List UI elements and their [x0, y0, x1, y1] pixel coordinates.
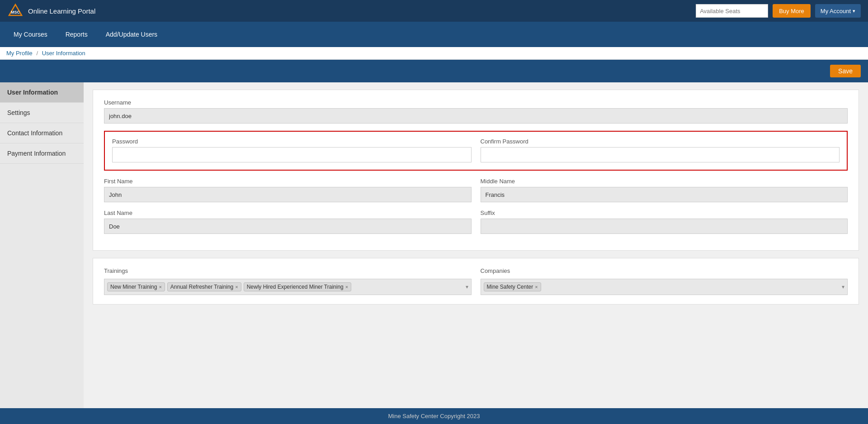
available-seats-input[interactable]	[696, 4, 768, 18]
password-label: Password	[112, 138, 472, 145]
training-tag-2-remove[interactable]: ×	[345, 284, 348, 290]
content-area: Username Password Confirm Password	[84, 82, 868, 408]
msc-logo: MSC	[7, 3, 24, 19]
first-name-label: First Name	[104, 178, 472, 185]
suffix-label: Suffix	[481, 210, 848, 216]
footer-text: Mine Safety Center Copyright 2023	[388, 413, 480, 419]
companies-dropdown-arrow[interactable]: ▾	[842, 284, 844, 290]
companies-label: Companies	[481, 267, 848, 274]
password-section: Password Confirm Password	[104, 131, 848, 171]
svg-text:MSC: MSC	[11, 10, 20, 14]
name-row-1: First Name Middle Name	[104, 178, 848, 202]
training-tag-1-remove[interactable]: ×	[235, 284, 238, 290]
main-layout: User Information Settings Contact Inform…	[0, 82, 868, 408]
user-info-form-section: Username Password Confirm Password	[93, 90, 859, 251]
top-header: MSC Online Learning Portal Buy More My A…	[0, 0, 868, 22]
buy-more-button[interactable]: Buy More	[773, 4, 811, 18]
nav-bar: My Courses Reports Add/Update Users	[0, 22, 868, 47]
companies-col: Companies Mine Safety Center × ▾	[481, 267, 848, 295]
first-name-group: First Name	[104, 178, 472, 202]
breadcrumb-separator: /	[36, 50, 38, 57]
name-row-2: Last Name Suffix	[104, 210, 848, 234]
password-input[interactable]	[112, 147, 472, 162]
username-row: Username	[104, 99, 848, 124]
username-group: Username	[104, 99, 848, 124]
middle-name-label: Middle Name	[481, 178, 848, 185]
company-tag-0-remove[interactable]: ×	[535, 284, 538, 290]
suffix-input[interactable]	[481, 219, 848, 234]
logo-area: MSC Online Learning Portal	[7, 3, 95, 19]
username-label: Username	[104, 99, 848, 106]
training-tag-1: Annual Refresher Training ×	[167, 282, 241, 291]
breadcrumb-parent[interactable]: My Profile	[6, 50, 33, 57]
username-input[interactable]	[104, 108, 848, 124]
training-tag-0-remove[interactable]: ×	[159, 284, 161, 290]
middle-name-group: Middle Name	[481, 178, 848, 202]
training-tag-0-label: New Miner Training	[110, 284, 157, 290]
companies-multiselect[interactable]: Mine Safety Center × ▾	[481, 279, 848, 295]
suffix-group: Suffix	[481, 210, 848, 234]
training-tag-2-label: Newly Hired Experienced Miner Training	[247, 284, 344, 290]
confirm-password-label: Confirm Password	[481, 138, 840, 145]
trainings-label: Trainings	[104, 267, 472, 274]
middle-name-input[interactable]	[481, 187, 848, 202]
portal-title: Online Learning Portal	[28, 7, 95, 15]
last-name-input[interactable]	[104, 219, 472, 234]
action-bar: Save	[0, 60, 868, 82]
sidebar-item-payment-information[interactable]: Payment Information	[0, 143, 84, 164]
password-group: Password	[112, 138, 472, 162]
sidebar: User Information Settings Contact Inform…	[0, 82, 84, 408]
nav-item-add-update-users[interactable]: Add/Update Users	[97, 22, 166, 47]
confirm-password-input[interactable]	[481, 147, 840, 162]
breadcrumb: My Profile / User Information	[0, 47, 868, 60]
trainings-multiselect[interactable]: New Miner Training × Annual Refresher Tr…	[104, 279, 472, 295]
training-tag-2: Newly Hired Experienced Miner Training ×	[244, 282, 352, 291]
trainings-companies-section: Trainings New Miner Training × Annual Re…	[93, 258, 859, 305]
training-tag-1-label: Annual Refresher Training	[170, 284, 233, 290]
my-account-button[interactable]: My Account	[815, 4, 861, 18]
trainings-col: Trainings New Miner Training × Annual Re…	[104, 267, 472, 295]
last-name-group: Last Name	[104, 210, 472, 234]
password-row: Password Confirm Password	[112, 138, 840, 162]
sidebar-item-settings[interactable]: Settings	[0, 103, 84, 123]
company-tag-0: Mine Safety Center ×	[484, 282, 541, 291]
section-row: Trainings New Miner Training × Annual Re…	[104, 267, 848, 295]
first-name-input[interactable]	[104, 187, 472, 202]
company-tag-0-label: Mine Safety Center	[487, 284, 533, 290]
nav-item-my-courses[interactable]: My Courses	[5, 22, 57, 47]
save-button[interactable]: Save	[830, 65, 861, 77]
msc-logo-icon: MSC	[7, 3, 24, 19]
training-tag-0: New Miner Training ×	[107, 282, 165, 291]
breadcrumb-current: User Information	[42, 50, 85, 57]
confirm-password-group: Confirm Password	[481, 138, 840, 162]
trainings-dropdown-arrow[interactable]: ▾	[466, 284, 468, 290]
header-right: Buy More My Account	[696, 4, 861, 18]
sidebar-item-contact-information[interactable]: Contact Information	[0, 123, 84, 143]
nav-item-reports[interactable]: Reports	[57, 22, 97, 47]
footer: Mine Safety Center Copyright 2023	[0, 408, 868, 424]
sidebar-item-user-information[interactable]: User Information	[0, 82, 84, 103]
last-name-label: Last Name	[104, 210, 472, 216]
